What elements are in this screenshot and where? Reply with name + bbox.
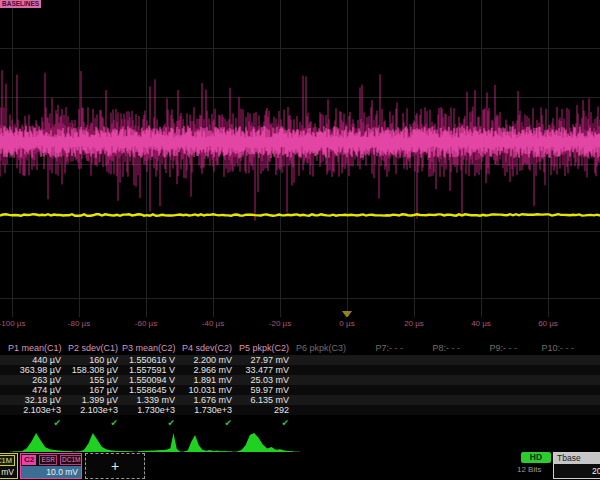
table-header-row: P1 mean(C1)P2 sdev(C1)P3 mean(C2)P4 sdev… [0, 343, 600, 353]
param-value: 1.891 mV [179, 375, 232, 385]
param-value: 160 µV [65, 355, 118, 365]
param-header[interactable]: P10:- - - [521, 343, 574, 353]
param-header[interactable]: P11 [578, 343, 600, 353]
param-value: 1.730e+3 [122, 405, 175, 415]
check-icon: ✔ [179, 418, 232, 428]
plus-icon: + [111, 458, 119, 474]
param-value: 1.558645 V [122, 385, 175, 395]
param-header[interactable]: P5 pkpk(C2) [236, 343, 289, 353]
param-value: 2.966 mV [179, 365, 232, 375]
param-value: 32.18 µV [8, 395, 61, 405]
timebase-axis-label: -100 µs [0, 319, 25, 328]
timebase-title: Tbase [554, 453, 600, 464]
param-value: 1.730e+3 [179, 405, 232, 415]
timebase-axis-label: 40 µs [471, 319, 491, 328]
timebase-value: 20.0 µs [554, 466, 600, 476]
check-icon: ✔ [236, 418, 289, 428]
table-row: 363.98 µV158.308 µV1.557591 V2.966 mV33.… [0, 365, 600, 375]
timebase-axis: -100 µs-80 µs-60 µs-40 µs-20 µs0 µs20 µs… [0, 317, 600, 331]
table-row: 440 µV160 µV1.550616 V2.200 mV27.97 mV [0, 355, 600, 365]
param-value: 440 µV [8, 355, 61, 365]
histogram-shape [13, 433, 73, 452]
timebase-axis-label: 0 µs [339, 319, 354, 328]
param-header[interactable]: P4 sdev(C2) [179, 343, 232, 353]
c2-vdiv-value: 10.0 mV [21, 466, 81, 478]
param-value: 155 µV [65, 375, 118, 385]
check-icon: ✔ [65, 418, 118, 428]
histogram-shape [75, 433, 133, 452]
timebase-axis-label: 60 µs [538, 319, 558, 328]
timebase-axis-label: -60 µs [135, 319, 157, 328]
histogram-shape [184, 435, 232, 452]
c1-trace [0, 214, 600, 216]
param-value: 1.399 µV [65, 395, 118, 405]
param-value: 167 µV [65, 385, 118, 395]
c2-esr-badge: ESR [39, 455, 56, 465]
param-value: 263 µV [8, 375, 61, 385]
add-trace-slot[interactable]: + [85, 453, 145, 479]
hd-mode-badge[interactable]: HD [521, 452, 551, 463]
table-row: 32.18 µV1.399 µV1.339 mV1.676 mV6.135 mV [0, 395, 600, 405]
c2-channel-badge: C2 [22, 455, 36, 465]
c1-coupling-badge: C1M [0, 455, 15, 466]
channel-c1-descriptor[interactable]: C1M 0 mV [0, 453, 18, 479]
waveform-display [0, 0, 600, 317]
adc-bits-label: 12 Bits [517, 465, 541, 474]
param-histogram[interactable] [184, 431, 232, 453]
param-histogram[interactable] [237, 431, 293, 453]
param-value: 1.676 mV [179, 395, 232, 405]
histicon-strip [0, 431, 600, 453]
status-row: ✔✔✔✔✔ [0, 418, 600, 428]
histogram-shape [237, 433, 293, 452]
histogram-shape [138, 433, 180, 452]
param-histogram[interactable] [75, 431, 133, 453]
param-header[interactable]: P3 mean(C2) [122, 343, 175, 353]
param-header[interactable]: P7:- - - [350, 343, 403, 353]
param-histogram[interactable] [138, 431, 180, 453]
param-value: 158.308 µV [65, 365, 118, 375]
table-row: 2.103e+32.103e+31.730e+31.730e+3292 [0, 405, 600, 415]
timebase-axis-label: 20 µs [404, 319, 424, 328]
param-value: 1.550616 V [122, 355, 175, 365]
param-value: 474 µV [8, 385, 61, 395]
oscilloscope-screen: BASELINES -100 µs-80 µs-60 µs-40 µs-20 µ… [0, 0, 600, 480]
descriptor-bar: C1M 0 mV C2 ESR DC1M 10.0 mV + HD 12 Bit… [0, 452, 600, 480]
table-row: 263 µV155 µV1.550094 V1.891 mV25.03 mV [0, 375, 600, 385]
param-header[interactable]: P2 sdev(C1) [65, 343, 118, 353]
param-value: 25.03 mV [236, 375, 289, 385]
timebase-descriptor[interactable]: Tbase 20.0 µs [553, 452, 600, 479]
c2-coupling-badge: DC1M [60, 455, 82, 465]
param-header[interactable]: P8:- - - [407, 343, 460, 353]
param-value: 10.031 mV [179, 385, 232, 395]
timebase-axis-label: -40 µs [202, 319, 224, 328]
param-value: 292 [236, 405, 289, 415]
check-icon: ✔ [122, 418, 175, 428]
timebase-axis-label: -80 µs [68, 319, 90, 328]
measurement-table: P1 mean(C1)P2 sdev(C1)P3 mean(C2)P4 sdev… [0, 343, 600, 431]
param-value: 1.557591 V [122, 365, 175, 375]
timebase-axis-label: -20 µs [269, 319, 291, 328]
param-value: 2.200 mV [179, 355, 232, 365]
param-value: 2.103e+3 [65, 405, 118, 415]
channel-c2-descriptor[interactable]: C2 ESR DC1M 10.0 mV [20, 453, 82, 479]
param-value: 27.97 mV [236, 355, 289, 365]
param-value: 1.339 mV [122, 395, 175, 405]
table-row: 474 µV167 µV1.558645 V10.031 mV59.97 mV [0, 385, 600, 395]
param-value: 2.103e+3 [8, 405, 61, 415]
param-header[interactable]: P6 pkpk(C3) [293, 343, 346, 353]
param-value: 59.97 mV [236, 385, 289, 395]
param-header[interactable]: P9:- - - [464, 343, 517, 353]
param-header[interactable]: P1 mean(C1) [8, 343, 61, 353]
check-icon: ✔ [8, 418, 61, 428]
param-value: 363.98 µV [8, 365, 61, 375]
param-histogram[interactable] [13, 431, 73, 453]
c2-trace-label: BASELINES [0, 0, 41, 8]
c1-vdiv-value: 0 mV [0, 467, 14, 477]
param-value: 33.477 mV [236, 365, 289, 375]
param-value: 1.550094 V [122, 375, 175, 385]
param-value: 6.135 mV [236, 395, 289, 405]
